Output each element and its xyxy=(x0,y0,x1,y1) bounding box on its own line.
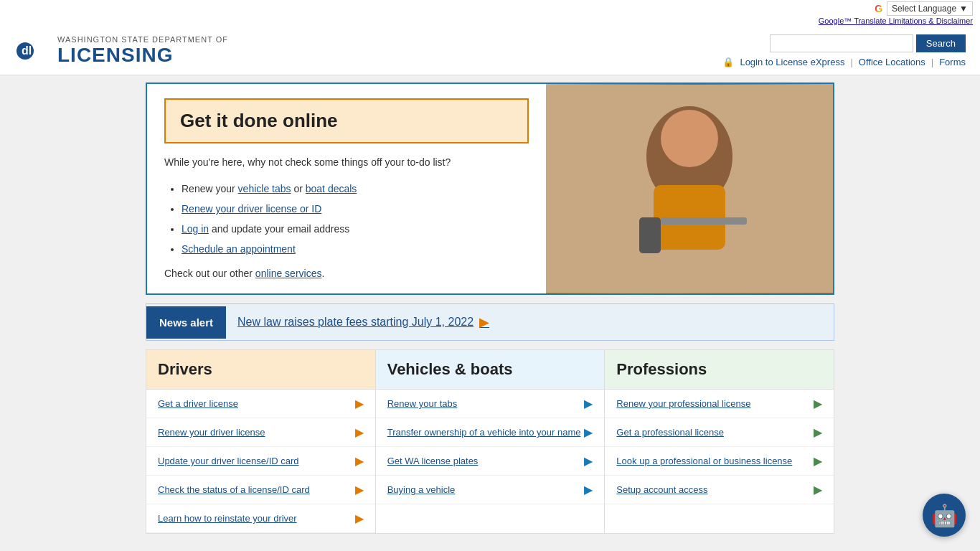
drivers-column: Drivers Get a driver license ▶ Renew you… xyxy=(146,349,376,534)
get-wa-plates-link[interactable]: Get WA license plates xyxy=(387,456,585,466)
log-in-link[interactable]: Log in xyxy=(182,223,209,235)
select-language-dropdown[interactable]: Select Language ▼ xyxy=(887,1,973,16)
category-columns: Drivers Get a driver license ▶ Renew you… xyxy=(146,349,834,534)
login-link[interactable]: Login to License eXpress xyxy=(740,57,844,67)
vehicles-column: Vehicles & boats Renew your tabs ▶ Trans… xyxy=(376,349,606,534)
list-item[interactable]: Buying a vehicle ▶ xyxy=(376,476,605,504)
arrow-icon: ▶ xyxy=(355,483,364,496)
boat-decals-link[interactable]: boat decals xyxy=(306,183,357,194)
arrow-icon: ▶ xyxy=(584,483,593,496)
dept-name: WASHINGTON STATE DEPARTMENT OF xyxy=(57,35,228,44)
list-item[interactable]: Get WA license plates ▶ xyxy=(376,447,605,476)
professions-column-header: Professions xyxy=(605,350,834,390)
hero-description: While you're here, why not check some th… xyxy=(164,155,529,170)
svg-point-4 xyxy=(661,110,718,167)
news-alert-link-text[interactable]: New law raises plate fees starting July … xyxy=(237,316,473,329)
lock-icon: 🔒 xyxy=(722,57,734,67)
lookup-license-link[interactable]: Look up a professional or business licen… xyxy=(616,456,814,466)
arrow-icon: ▶ xyxy=(355,454,364,468)
dol-logo-icon: dl xyxy=(14,33,50,69)
select-language-label: Select Language xyxy=(892,4,956,14)
schedule-appointment-link[interactable]: Schedule an appointment xyxy=(182,243,296,255)
list-item[interactable]: Renew your driver license ▶ xyxy=(146,418,375,447)
get-professional-license-link[interactable]: Get a professional license xyxy=(616,427,814,438)
vehicle-tabs-link[interactable]: vehicle tabs xyxy=(238,183,291,194)
list-item[interactable]: Check the status of a license/ID card ▶ xyxy=(146,476,375,504)
list-item[interactable]: Setup account access ▶ xyxy=(605,476,834,504)
svg-rect-6 xyxy=(661,217,747,225)
svg-text:dl: dl xyxy=(22,44,32,57)
licensing-title: LICENSING xyxy=(57,44,228,67)
list-item: Log in and update your email address xyxy=(182,219,529,239)
top-bar: G Select Language ▼ Google™ Translate Li… xyxy=(0,0,980,27)
search-button[interactable]: Search xyxy=(916,34,966,52)
chatbot-button[interactable]: 🤖 xyxy=(923,494,966,537)
list-item: Renew your driver license or ID xyxy=(182,199,529,219)
arrow-icon: ▶ xyxy=(814,454,822,468)
search-row: Search xyxy=(770,34,966,52)
list-item[interactable]: Renew your tabs ▶ xyxy=(376,390,605,418)
vehicles-column-header: Vehicles & boats xyxy=(376,350,605,390)
news-alert-link[interactable]: New law raises plate fees starting July … xyxy=(226,304,501,340)
list-item[interactable]: Transfer ownership of a vehicle into you… xyxy=(376,418,605,447)
hero-left: Get it done online While you're here, wh… xyxy=(147,84,546,293)
online-services-link[interactable]: online services xyxy=(255,268,322,279)
list-item[interactable]: Update your driver license/ID card ▶ xyxy=(146,447,375,476)
reinstate-driver-link[interactable]: Learn how to reinstate your driver xyxy=(158,513,355,524)
office-locations-link[interactable]: Office Locations xyxy=(859,57,925,67)
professions-column: Professions Renew your professional lice… xyxy=(605,349,834,534)
arrow-icon: ▶ xyxy=(355,425,364,439)
arrow-icon: ▶ xyxy=(584,454,593,468)
arrow-icon: ▶ xyxy=(355,397,364,410)
get-driver-license-link[interactable]: Get a driver license xyxy=(158,398,355,409)
list-item[interactable]: Renew your professional license ▶ xyxy=(605,390,834,418)
setup-account-access-link[interactable]: Setup account access xyxy=(616,484,814,495)
arrow-icon: ▶ xyxy=(814,483,822,496)
list-item[interactable]: Look up a professional or business licen… xyxy=(605,447,834,476)
chevron-down-icon: ▼ xyxy=(959,4,968,14)
header-nav-links: 🔒 Login to License eXpress | Office Loca… xyxy=(722,57,966,67)
arrow-icon: ▶ xyxy=(355,512,364,525)
renew-tabs-link[interactable]: Renew your tabs xyxy=(387,398,585,409)
news-alert-arrow-icon: ▶ xyxy=(479,314,489,330)
update-dl-id-link[interactable]: Update your driver license/ID card xyxy=(158,456,355,466)
check-status-link[interactable]: Check the status of a license/ID card xyxy=(158,484,355,495)
buying-vehicle-link[interactable]: Buying a vehicle xyxy=(387,484,585,495)
arrow-icon: ▶ xyxy=(584,397,593,410)
main-content: Get it done online While you're here, wh… xyxy=(138,75,842,541)
header-right: Search 🔒 Login to License eXpress | Offi… xyxy=(722,34,966,67)
hero-image xyxy=(546,84,833,293)
hero-box: Get it done online While you're here, wh… xyxy=(146,83,834,295)
hero-footer: Check out our other online services. xyxy=(164,268,529,279)
google-translate-icon: G xyxy=(875,3,882,14)
hero-title: Get it done online xyxy=(180,110,513,132)
news-alert-bar: News alert New law raises plate fees sta… xyxy=(146,303,834,341)
drivers-column-header: Drivers xyxy=(146,350,375,390)
translate-disclaimer-link[interactable]: Google™ Translate Limitations & Disclaim… xyxy=(819,17,973,25)
renew-professional-license-link[interactable]: Renew your professional license xyxy=(616,398,814,409)
renew-dl-link[interactable]: Renew your driver license or ID xyxy=(182,203,321,215)
list-item[interactable]: Get a professional license ▶ xyxy=(605,418,834,447)
svg-rect-7 xyxy=(639,217,661,253)
list-item[interactable]: Learn how to reinstate your driver ▶ xyxy=(146,504,375,533)
transfer-ownership-link[interactable]: Transfer ownership of a vehicle into you… xyxy=(387,427,585,438)
page-header: dl WASHINGTON STATE DEPARTMENT OF LICENS… xyxy=(0,27,980,75)
arrow-icon: ▶ xyxy=(814,425,822,439)
arrow-icon: ▶ xyxy=(814,397,822,410)
arrow-icon: ▶ xyxy=(584,425,593,439)
hero-title-box: Get it done online xyxy=(164,98,529,143)
list-item[interactable]: Get a driver license ▶ xyxy=(146,390,375,418)
logo-area: dl WASHINGTON STATE DEPARTMENT OF LICENS… xyxy=(14,33,228,69)
hero-list: Renew your vehicle tabs or boat decals R… xyxy=(182,179,529,259)
list-item: Schedule an appointment xyxy=(182,239,529,259)
news-alert-label: News alert xyxy=(146,306,226,339)
logo-text: WASHINGTON STATE DEPARTMENT OF LICENSING xyxy=(57,35,228,67)
list-item: Renew your vehicle tabs or boat decals xyxy=(182,179,529,199)
hero-image-placeholder xyxy=(546,84,833,293)
forms-link[interactable]: Forms xyxy=(939,57,966,67)
search-input[interactable] xyxy=(770,34,913,52)
renew-driver-license-link[interactable]: Renew your driver license xyxy=(158,427,355,438)
